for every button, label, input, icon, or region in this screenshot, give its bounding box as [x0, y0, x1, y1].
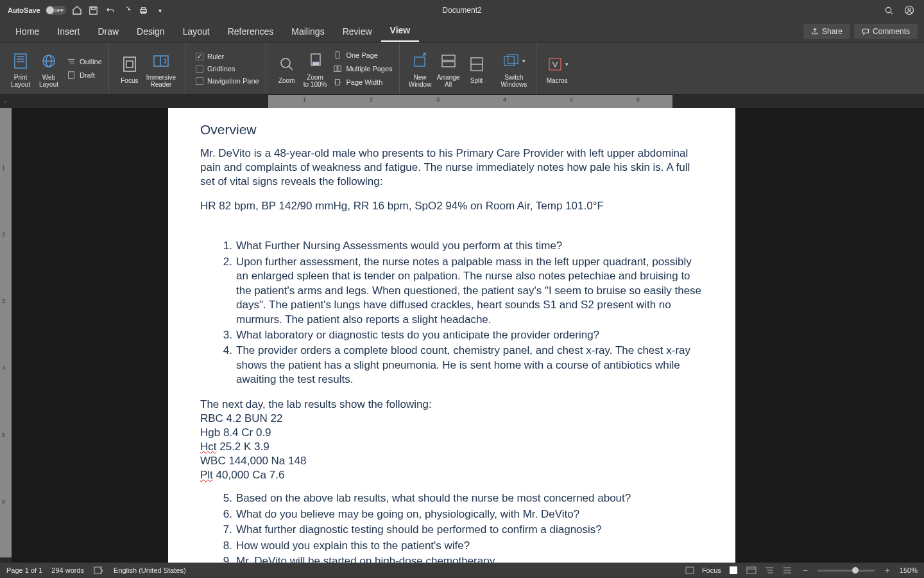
new-window-button[interactable]: New Window — [406, 49, 434, 88]
web-layout-view-icon[interactable] — [746, 565, 757, 576]
web-layout-button[interactable]: Web Layout — [35, 49, 63, 88]
status-page[interactable]: Page 1 of 1 — [6, 566, 42, 574]
tab-view[interactable]: View — [381, 20, 420, 42]
zoom-handle[interactable] — [852, 567, 859, 574]
document-title: Document2 — [442, 6, 481, 15]
zoom-100-button[interactable]: 100 Zoom to 100% — [301, 49, 330, 88]
checkbox-icon — [196, 77, 203, 85]
new-window-icon — [409, 49, 432, 73]
autosave-toggle[interactable]: OFF — [46, 6, 66, 15]
focus-mode-icon[interactable] — [684, 565, 696, 576]
lab-intro: The next day, the lab results show the f… — [200, 398, 703, 412]
zoom-level[interactable]: 150% — [900, 566, 918, 574]
arrange-all-button[interactable]: Arrange All — [434, 49, 463, 88]
lab-line-3: Hct 25.2 K 3.9 — [200, 440, 703, 454]
tab-home[interactable]: Home — [6, 21, 48, 42]
zoom-icon — [275, 53, 298, 76]
switch-windows-button[interactable]: ▾ Switch Windows — [499, 49, 530, 88]
search-icon[interactable] — [883, 4, 894, 16]
print-icon[interactable] — [138, 4, 150, 16]
svg-rect-30 — [415, 57, 425, 66]
one-page-button[interactable]: One Page — [333, 49, 392, 62]
focus-button[interactable]: Focus — [116, 53, 144, 84]
tab-draw[interactable]: Draw — [89, 21, 128, 42]
svg-point-22 — [281, 58, 290, 67]
switch-windows-icon: ▾ — [502, 49, 526, 73]
tab-design[interactable]: Design — [128, 21, 174, 42]
zoom-100-icon: 100 — [304, 49, 327, 73]
svg-point-7 — [908, 8, 911, 11]
question-3: What laboratory or diagnostic tests do y… — [236, 328, 703, 342]
svg-rect-36 — [508, 55, 518, 64]
customize-qat-icon[interactable]: ▾ — [155, 4, 166, 16]
svg-rect-8 — [862, 29, 868, 33]
ruler-checkbox[interactable]: Ruler — [196, 51, 259, 62]
print-layout-view-icon[interactable] — [728, 565, 739, 576]
svg-rect-40 — [730, 566, 737, 574]
outline-button[interactable]: Outline — [67, 55, 102, 68]
svg-rect-26 — [336, 51, 339, 58]
macros-icon: ▾ — [545, 53, 569, 76]
status-language[interactable]: English (United States) — [114, 566, 186, 574]
svg-rect-32 — [442, 62, 455, 67]
heading-overview: Overview — [200, 122, 703, 137]
zoom-in-button[interactable]: + — [882, 565, 893, 576]
redo-icon[interactable] — [121, 4, 133, 16]
svg-rect-39 — [686, 567, 694, 574]
svg-rect-3 — [142, 7, 146, 9]
tab-insert[interactable]: Insert — [48, 21, 89, 42]
zoom-out-button[interactable]: − — [800, 565, 811, 576]
tab-references[interactable]: References — [219, 21, 283, 42]
autosave-label: AutoSave — [8, 6, 40, 14]
svg-rect-28 — [338, 66, 341, 71]
tab-layout[interactable]: Layout — [174, 21, 219, 42]
paragraph-intro: Mr. DeVito is a 48-year-old male who pre… — [200, 146, 703, 189]
draft-button[interactable]: Draft — [67, 69, 102, 82]
macros-button[interactable]: ▾ Macros — [543, 53, 571, 84]
checkbox-icon — [196, 65, 203, 73]
lab-line-1: RBC 4.2 BUN 22 — [200, 412, 703, 426]
question-1: What Further Nursing Assessments would y… — [236, 239, 703, 253]
zoom-slider[interactable] — [817, 570, 875, 572]
multiple-pages-button[interactable]: Multiple Pages — [333, 62, 392, 75]
paragraph-vitals: HR 82 bpm, BP 142/90 mmHg, RR 16 bpm, Sp… — [200, 199, 703, 213]
spellcheck-icon[interactable] — [93, 565, 105, 576]
page-width-button[interactable]: Page Width — [333, 76, 392, 89]
outline-view-icon[interactable] — [764, 565, 775, 576]
question-9: Mr. DeVito will be started on high-dose … — [236, 554, 703, 563]
document-page[interactable]: Overview Mr. DeVito is a 48-year-old mal… — [168, 108, 735, 563]
checkbox-checked-icon — [196, 53, 203, 60]
focus-icon — [118, 53, 141, 76]
print-layout-button[interactable]: Print Layout — [6, 49, 35, 88]
undo-icon[interactable] — [105, 4, 116, 16]
share-button[interactable]: Share — [803, 24, 850, 39]
status-words[interactable]: 294 words — [51, 566, 84, 574]
draft-view-icon[interactable] — [782, 565, 793, 576]
tab-mailings[interactable]: Mailings — [282, 21, 333, 42]
vertical-ruler[interactable]: 1 2 3 4 5 6 — [0, 108, 12, 563]
svg-rect-29 — [336, 79, 340, 85]
comments-button[interactable]: Comments — [854, 24, 918, 39]
tab-review[interactable]: Review — [334, 21, 381, 42]
ruler-corner: ⌐ — [0, 95, 12, 108]
status-focus[interactable]: Focus — [702, 566, 721, 574]
navigation-pane-checkbox[interactable]: Navigation Pane — [196, 75, 259, 87]
svg-rect-37 — [549, 58, 561, 70]
immersive-icon — [150, 49, 173, 73]
question-4: The provider orders a complete blood cou… — [236, 344, 703, 387]
document-canvas[interactable]: Overview Mr. DeVito is a 48-year-old mal… — [12, 108, 924, 563]
zoom-button[interactable]: Zoom — [273, 53, 301, 84]
svg-rect-27 — [334, 66, 337, 71]
account-icon[interactable] — [903, 4, 915, 16]
horizontal-ruler[interactable]: ⌐ 1 2 3 4 5 6 7 — [0, 95, 924, 108]
svg-rect-0 — [90, 6, 97, 13]
svg-rect-38 — [94, 567, 101, 574]
split-button[interactable]: Split — [463, 53, 491, 84]
immersive-reader-button[interactable]: Immersive Reader — [144, 49, 178, 88]
svg-point-5 — [886, 7, 891, 12]
gridlines-checkbox[interactable]: Gridlines — [196, 63, 259, 74]
save-icon[interactable] — [88, 4, 99, 16]
home-icon[interactable] — [71, 4, 83, 16]
split-icon — [465, 53, 488, 76]
svg-rect-35 — [504, 57, 514, 66]
